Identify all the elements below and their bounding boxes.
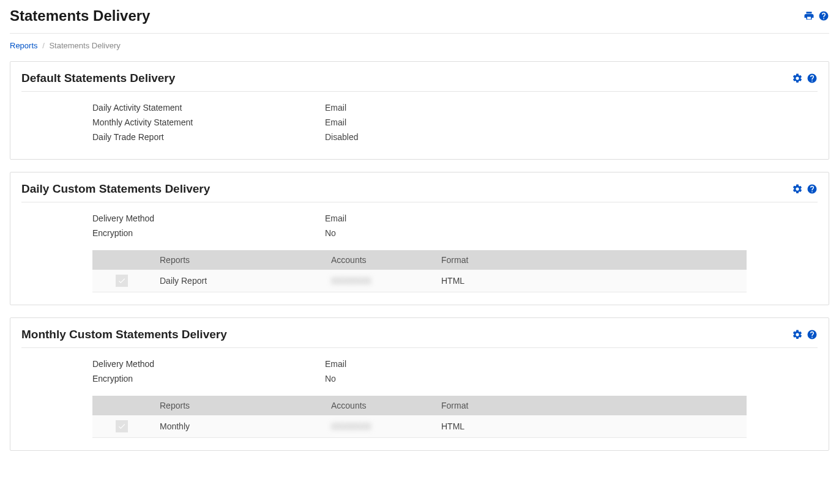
print-icon[interactable] xyxy=(804,10,815,21)
column-header-check xyxy=(92,396,154,415)
kv-row: Delivery Method Email xyxy=(92,213,818,223)
header-icons xyxy=(804,10,829,21)
cell-account: XXXXXXX xyxy=(325,415,435,438)
table-header-row: Reports Accounts Format xyxy=(92,396,747,415)
panel-header: Default Statements Delivery xyxy=(21,72,818,92)
redacted-account: XXXXXXX xyxy=(331,276,371,286)
breadcrumb-root-link[interactable]: Reports xyxy=(10,41,38,50)
panel-header: Daily Custom Statements Delivery xyxy=(21,182,818,202)
help-icon[interactable] xyxy=(807,73,818,84)
breadcrumb: Reports / Statements Delivery xyxy=(10,41,829,50)
kv-label: Delivery Method xyxy=(92,213,325,223)
kv-block: Delivery Method Email Encryption No xyxy=(21,213,818,238)
cell-check xyxy=(92,415,154,438)
cell-format: HTML xyxy=(435,270,747,292)
kv-label: Daily Trade Report xyxy=(92,132,325,142)
redacted-account: XXXXXXX xyxy=(331,421,371,431)
kv-value: No xyxy=(325,374,336,384)
table-row: Daily Report XXXXXXX HTML xyxy=(92,270,747,292)
panel-title: Daily Custom Statements Delivery xyxy=(21,182,210,196)
kv-value: Email xyxy=(325,359,346,369)
kv-label: Encryption xyxy=(92,228,325,238)
column-header-reports: Reports xyxy=(154,250,325,270)
cell-check xyxy=(92,270,154,292)
kv-label: Delivery Method xyxy=(92,359,325,369)
kv-block: Daily Activity Statement Email Monthly A… xyxy=(21,103,818,142)
kv-block: Delivery Method Email Encryption No xyxy=(21,359,818,384)
cell-account: XXXXXXX xyxy=(325,270,435,292)
cell-report: Monthly xyxy=(154,415,325,438)
help-icon[interactable] xyxy=(807,329,818,340)
kv-row: Delivery Method Email xyxy=(92,359,818,369)
kv-row: Monthly Activity Statement Email xyxy=(92,117,818,127)
cell-format: HTML xyxy=(435,415,747,438)
kv-label: Encryption xyxy=(92,374,325,384)
checkbox[interactable] xyxy=(116,275,128,287)
gear-icon[interactable] xyxy=(792,73,803,84)
kv-row: Encryption No xyxy=(92,228,818,238)
page-header: Statements Delivery xyxy=(10,7,829,34)
checkbox[interactable] xyxy=(116,420,128,432)
kv-value: Email xyxy=(325,103,346,113)
table-row: Monthly XXXXXXX HTML xyxy=(92,415,747,438)
help-icon[interactable] xyxy=(807,183,818,195)
kv-row: Daily Activity Statement Email xyxy=(92,103,818,113)
kv-label: Daily Activity Statement xyxy=(92,103,325,113)
kv-value: Email xyxy=(325,117,346,127)
kv-value: Disabled xyxy=(325,132,358,142)
column-header-reports: Reports xyxy=(154,396,325,415)
column-header-accounts: Accounts xyxy=(325,250,435,270)
daily-reports-table: Reports Accounts Format Daily Report XXX… xyxy=(92,250,747,292)
monthly-reports-table: Reports Accounts Format Monthly XXXXXXX … xyxy=(92,396,747,438)
breadcrumb-current: Statements Delivery xyxy=(49,41,120,50)
column-header-format: Format xyxy=(435,396,747,415)
help-icon[interactable] xyxy=(818,10,829,21)
kv-value: No xyxy=(325,228,336,238)
kv-value: Email xyxy=(325,213,346,223)
table-header-row: Reports Accounts Format xyxy=(92,250,747,270)
panel-title: Default Statements Delivery xyxy=(21,72,175,85)
page-title: Statements Delivery xyxy=(10,7,150,24)
gear-icon[interactable] xyxy=(792,183,803,195)
panel-header: Monthly Custom Statements Delivery xyxy=(21,328,818,348)
gear-icon[interactable] xyxy=(792,329,803,340)
panel-icons xyxy=(792,183,818,195)
kv-row: Daily Trade Report Disabled xyxy=(92,132,818,142)
column-header-check xyxy=(92,250,154,270)
panel-icons xyxy=(792,329,818,340)
breadcrumb-separator: / xyxy=(42,41,45,50)
kv-label: Monthly Activity Statement xyxy=(92,117,325,127)
column-header-format: Format xyxy=(435,250,747,270)
panel-monthly-custom: Monthly Custom Statements Delivery Deliv… xyxy=(10,317,829,451)
panel-default-statements: Default Statements Delivery Daily Activi… xyxy=(10,61,829,160)
column-header-accounts: Accounts xyxy=(325,396,435,415)
panel-icons xyxy=(792,73,818,84)
panel-daily-custom: Daily Custom Statements Delivery Deliver… xyxy=(10,172,829,305)
panel-title: Monthly Custom Statements Delivery xyxy=(21,328,227,341)
kv-row: Encryption No xyxy=(92,374,818,384)
cell-report: Daily Report xyxy=(154,270,325,292)
